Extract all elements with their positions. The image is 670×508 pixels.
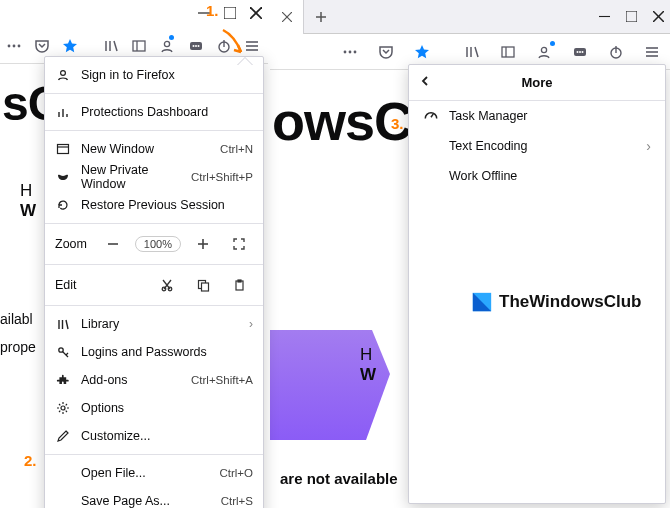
- submenu-work-offline[interactable]: Work Offline: [409, 161, 665, 191]
- submenu-label: Text Encoding: [449, 139, 636, 153]
- svg-point-5: [13, 44, 16, 47]
- paste-button[interactable]: [225, 273, 253, 297]
- menu-protections[interactable]: Protections Dashboard: [45, 98, 263, 126]
- power-icon[interactable]: [602, 38, 630, 66]
- svg-rect-1: [224, 7, 236, 19]
- submenu-task-manager[interactable]: Task Manager: [409, 101, 665, 131]
- paint-icon: [55, 429, 71, 443]
- step-number-3: 3.: [391, 115, 404, 132]
- overflow-dots-icon[interactable]: [336, 38, 364, 66]
- svg-point-12: [165, 41, 170, 46]
- menu-label: Library: [81, 317, 239, 331]
- svg-rect-26: [58, 145, 69, 154]
- chevron-right-icon: ›: [249, 317, 253, 331]
- svg-point-16: [197, 45, 199, 47]
- menu-label: Customize...: [81, 429, 253, 443]
- puzzle-icon: [55, 373, 71, 387]
- shortcut-text: Ctrl+Shift+A: [191, 374, 253, 386]
- menu-new-private[interactable]: New Private Window Ctrl+Shift+P: [45, 163, 263, 191]
- svg-line-44: [66, 353, 68, 355]
- maximize-icon[interactable]: [224, 7, 236, 22]
- menu-label: New Window: [81, 142, 210, 156]
- svg-point-15: [195, 45, 197, 47]
- menu-label: Save Page As...: [81, 494, 211, 508]
- library-icon[interactable]: [458, 38, 486, 66]
- menu-zoom-row: Zoom 100%: [45, 228, 263, 260]
- page-text-fragment: W: [360, 365, 376, 385]
- close-icon[interactable]: [250, 7, 262, 22]
- svg-point-14: [192, 45, 194, 47]
- application-menu: Sign in to Firefox Protections Dashboard…: [44, 56, 264, 508]
- account-icon[interactable]: [530, 38, 558, 66]
- fullscreen-button[interactable]: [225, 232, 253, 256]
- menu-open-file[interactable]: Open File... Ctrl+O: [45, 459, 263, 487]
- zoom-level[interactable]: 100%: [135, 236, 181, 252]
- new-tab-button[interactable]: [304, 0, 338, 34]
- hamburger-menu-icon[interactable]: [638, 38, 666, 66]
- submenu-text-encoding[interactable]: Text Encoding ›: [409, 131, 665, 161]
- svg-rect-59: [626, 11, 637, 22]
- svg-point-74: [582, 51, 584, 53]
- menu-edit-row: Edit: [45, 269, 263, 301]
- window-controls: [0, 0, 268, 28]
- menu-options[interactable]: Options: [45, 394, 263, 422]
- svg-point-6: [18, 44, 21, 47]
- menu-label: Edit: [55, 278, 145, 292]
- back-button[interactable]: [419, 75, 435, 90]
- step-number-2: 2.: [24, 452, 37, 469]
- copy-button[interactable]: [189, 273, 217, 297]
- menu-label: Open File...: [81, 466, 209, 480]
- left-browser-window: 1. sC H W ailabl prope Sign in to Firefo…: [0, 0, 268, 508]
- gear-icon: [55, 401, 71, 415]
- page-text-fragment: H: [360, 345, 372, 365]
- chevron-right-icon: ›: [646, 138, 651, 154]
- sidebar-icon[interactable]: [494, 38, 522, 66]
- svg-point-22: [61, 71, 66, 76]
- extension-icon[interactable]: [566, 38, 594, 66]
- menu-label: Add-ons: [81, 373, 181, 387]
- menu-restore-session[interactable]: Restore Previous Session: [45, 191, 263, 219]
- menu-customize[interactable]: Customize...: [45, 422, 263, 450]
- close-icon[interactable]: [653, 10, 664, 25]
- cut-button[interactable]: [153, 273, 181, 297]
- submenu-header: More: [409, 65, 665, 101]
- page-text-fragment: are not available: [280, 470, 398, 487]
- svg-line-80: [431, 113, 433, 116]
- svg-rect-10: [133, 41, 145, 51]
- step-number-1: 1.: [206, 2, 219, 19]
- menu-addons[interactable]: Add-ons Ctrl+Shift+A: [45, 366, 263, 394]
- gauge-icon: [423, 107, 439, 126]
- watermark: TheWindowsClub: [471, 291, 641, 313]
- overflow-dots-icon[interactable]: [4, 32, 24, 60]
- menu-label: Protections Dashboard: [81, 105, 253, 119]
- window-icon: [55, 142, 71, 156]
- restore-icon: [55, 198, 71, 212]
- mask-icon: [55, 170, 71, 184]
- maximize-icon[interactable]: [626, 10, 637, 25]
- menu-label: Zoom: [55, 237, 91, 251]
- menu-new-window[interactable]: New Window Ctrl+N: [45, 135, 263, 163]
- menu-logins[interactable]: Logins and Passwords: [45, 338, 263, 366]
- menu-signin[interactable]: Sign in to Firefox: [45, 61, 263, 89]
- more-submenu: More Task Manager Text Encoding › Work O…: [408, 64, 666, 504]
- pocket-icon[interactable]: [372, 38, 400, 66]
- svg-line-9: [114, 41, 117, 51]
- minimize-icon[interactable]: [599, 10, 610, 25]
- right-browser-window: owsC H W are not available More Task Man…: [270, 0, 670, 508]
- chart-icon: [55, 105, 71, 119]
- bookmark-star-icon[interactable]: [408, 38, 436, 66]
- submenu-label: Work Offline: [449, 169, 651, 183]
- menu-library[interactable]: Library ›: [45, 310, 263, 338]
- menu-save-as[interactable]: Save Page As... Ctrl+S: [45, 487, 263, 508]
- menu-label: Options: [81, 401, 253, 415]
- shortcut-text: Ctrl+N: [220, 143, 253, 155]
- zoom-out-button[interactable]: [99, 232, 127, 256]
- zoom-in-button[interactable]: [189, 232, 217, 256]
- tab-strip: [270, 0, 670, 34]
- svg-point-62: [344, 50, 347, 53]
- shortcut-text: Ctrl+Shift+P: [191, 171, 253, 183]
- tab-close[interactable]: [270, 0, 304, 34]
- svg-point-45: [61, 406, 65, 410]
- menu-label: Logins and Passwords: [81, 345, 253, 359]
- svg-point-4: [8, 44, 11, 47]
